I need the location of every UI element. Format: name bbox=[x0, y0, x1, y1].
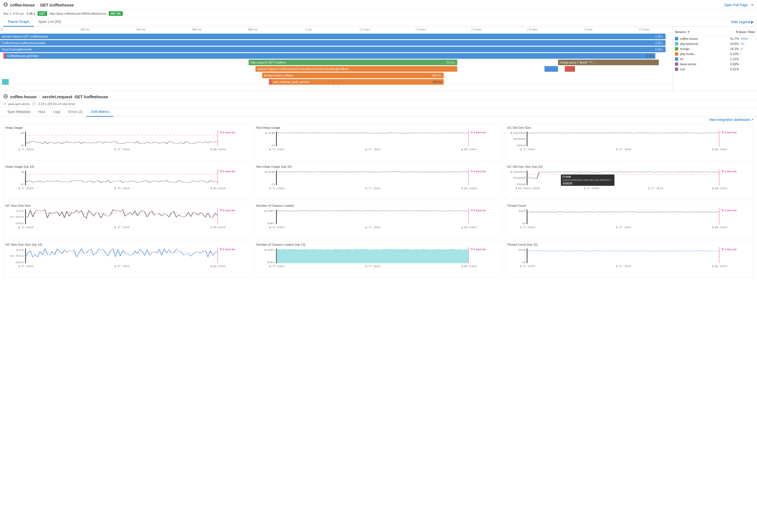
svg-text:1G: 1G bbox=[15, 209, 24, 212]
request-url: http://java-coffeehouse:8080/coffeehouse bbox=[49, 12, 106, 15]
svg-text:17:30: 17:30 bbox=[364, 187, 380, 189]
span-tab-host[interactable]: Host bbox=[34, 108, 49, 117]
svg-text:17:30: 17:30 bbox=[615, 148, 631, 150]
svg-text:0M: 0M bbox=[517, 183, 526, 186]
svg-text:17:30: 17:30 bbox=[615, 265, 631, 267]
flame-bar-blue-sq1 bbox=[544, 66, 558, 72]
svg-text:18:00: 18:00 bbox=[209, 265, 226, 267]
status-badge: 200 OK bbox=[109, 11, 123, 16]
svg-text:100M: 100M bbox=[509, 171, 526, 173]
svg-text:Trace: Trace bbox=[219, 209, 235, 212]
svg-text:18:00: 18:00 bbox=[460, 187, 476, 189]
svg-text:17:30: 17:30 bbox=[113, 265, 130, 267]
request-duration: 2.28 s bbox=[26, 12, 35, 15]
svg-text:17:30: 17:30 bbox=[113, 148, 130, 150]
svg-text:18:00: 18:00 bbox=[460, 265, 476, 267]
svg-text:50M: 50M bbox=[513, 176, 526, 179]
legend-item: curl 0.51% bbox=[675, 67, 755, 72]
chart-thread-top10: Thread Count (top 10) Trace50017:0017:30… bbox=[505, 241, 754, 278]
svg-text:Trace: Trace bbox=[721, 209, 737, 212]
flame-bar-servlet[interactable]: servlet.request GET /coffeehouse 2.28 s bbox=[0, 34, 666, 39]
svg-text:18:00: 18:00 bbox=[209, 187, 226, 189]
top-tabs: Flame Graph Span List (60) bbox=[3, 17, 66, 26]
flame-bar-http-request[interactable]: http.request GET /coffees 703 ms bbox=[249, 60, 457, 65]
svg-text:17:30: 17:30 bbox=[364, 148, 380, 150]
svg-text:17:00: 17:00 bbox=[268, 187, 284, 189]
pipe-separator: | bbox=[37, 3, 38, 7]
svg-text:17:30: 17:30 bbox=[615, 226, 631, 228]
tab-span-list[interactable]: Span List (60) bbox=[34, 17, 66, 26]
chart-classes-loaded: Number of Classes Loaded Trace10K0K17:00… bbox=[254, 202, 503, 238]
ruler-mark-800: 800 ms bbox=[225, 28, 281, 31]
svg-text:17:30: 17:30 bbox=[647, 187, 663, 189]
tab-flame-graph[interactable]: Flame Graph bbox=[3, 17, 34, 26]
chart-title: GC New Gen Size bbox=[5, 204, 250, 207]
svg-text:0.5G: 0.5G bbox=[10, 215, 24, 218]
svg-text:17:30: 17:30 bbox=[113, 187, 130, 189]
ruler-mark-22: 2.2 secs bbox=[617, 28, 672, 31]
flame-bar-mongo[interactable]: mongo.query { "$eval": "?", ... bbox=[558, 60, 659, 65]
svg-text:18:00: 18:00 bbox=[460, 148, 476, 150]
ruler-mark-400: 400 ms bbox=[113, 28, 169, 31]
svg-text:Trace: Trace bbox=[219, 248, 235, 251]
svg-text:Trace: Trace bbox=[721, 170, 737, 173]
svg-text:50: 50 bbox=[519, 248, 526, 251]
service-name: coffee-house bbox=[10, 3, 35, 7]
span-tab-logs[interactable]: Logs bbox=[49, 108, 64, 117]
charts-grid: Heap Usage Trace4217:0017:3018:00 Non-He… bbox=[0, 123, 757, 280]
svg-text:100M: 100M bbox=[509, 132, 526, 135]
svg-text:50M: 50M bbox=[513, 138, 526, 141]
close-button[interactable]: × bbox=[751, 3, 754, 8]
request-date: Mar 1, 6:09 pm bbox=[3, 12, 24, 15]
svg-text:17:30: 17:30 bbox=[364, 265, 380, 267]
ruler-mark-200: 200 ms bbox=[57, 28, 113, 31]
open-full-page-link[interactable]: Open Full Page bbox=[724, 3, 747, 7]
chart-title: Thread Count (top 10) bbox=[507, 243, 752, 246]
span-globe-icon bbox=[3, 94, 8, 99]
svg-text:2: 2 bbox=[20, 183, 24, 186]
view-dashboard-link[interactable]: View integration dashboard ↗ bbox=[709, 118, 754, 122]
span-tab-errors[interactable]: Errors (2) bbox=[64, 108, 87, 117]
svg-text:50: 50 bbox=[519, 209, 526, 212]
svg-text:Trace: Trace bbox=[219, 131, 235, 134]
hide-legend-btn[interactable]: Hide Legend ▶ bbox=[731, 18, 754, 26]
ruler-mark-600: 600 ms bbox=[169, 28, 225, 31]
sort-icon[interactable]: ▼ bbox=[687, 30, 690, 34]
span-pipe: | bbox=[39, 94, 40, 99]
svg-text:17:00: 17:00 bbox=[17, 226, 34, 228]
chart-title: Heap Usage bbox=[5, 126, 250, 129]
chart-heap-usage-top10: Heap Usage (top 10) Trace4217:0017:3018:… bbox=[3, 163, 252, 200]
svg-text:Trace: Trace bbox=[470, 131, 486, 134]
chart-non-heap-top10: Non-Heap Usage (top 10) Trace128017:0017… bbox=[254, 163, 503, 200]
flame-bar-call-external[interactable]: ! call_external_web_service 592 ms bbox=[269, 79, 444, 85]
flame-bar-coffeehouse-index[interactable]: CoffeeHouse.coffeeHouseIndex 2.28 s bbox=[0, 40, 666, 46]
svg-text:0G: 0G bbox=[15, 222, 24, 225]
chart-classes-top10: Number of Classes Loaded (top 10) Trace1… bbox=[254, 241, 503, 278]
chart-thread-count: Thread Count Trace50017:0017:3018:00 bbox=[505, 202, 754, 238]
legend-item: mongo 16.3% bbox=[675, 46, 755, 51]
svg-text:128: 128 bbox=[264, 171, 275, 173]
chart-title: Thread Count bbox=[507, 204, 752, 207]
span-tab-jvm[interactable]: JVM Metrics bbox=[87, 108, 113, 117]
ruler-mark-12: 1.2 secs bbox=[337, 28, 393, 31]
span-tab-metadata[interactable]: Span Metadata bbox=[3, 108, 34, 117]
timeline-ruler: 0 200 ms 400 ms 600 ms 800 ms 1 sec 1.2 … bbox=[0, 27, 672, 32]
flame-bar-laravel-action[interactable]: laravel.action coffees 605 ms bbox=[262, 73, 444, 78]
instance-icon: ⊙ bbox=[3, 102, 6, 106]
legend-panel: Service ▼ % Exec Time coffee-house 51.7%… bbox=[672, 27, 757, 91]
flame-bar-laravel-request[interactable]: laravel.request CoffeeHouse\Controllers\… bbox=[256, 66, 457, 72]
flame-bar-opentracing[interactable]: OpenTracingBrewInfo 2.28 s bbox=[0, 47, 666, 52]
span-tabs-bar: Span Metadata Host Logs Errors (2) JVM M… bbox=[0, 108, 757, 117]
chart-gc-old-top10: GC Old Gen Size (top 10) Trace100M50M0M1… bbox=[505, 163, 754, 200]
svg-text:0: 0 bbox=[271, 144, 275, 147]
legend-item: bean-server 0.69% bbox=[675, 62, 755, 67]
svg-text:17:00: 17:00 bbox=[17, 187, 34, 189]
svg-text:4: 4 bbox=[20, 132, 24, 135]
flame-bar-getorder[interactable]: ! CoffeeHouse.getOrder 2.20 s bbox=[3, 53, 656, 59]
clock-icon: 🕐 bbox=[32, 102, 36, 106]
svg-text:17:00: 17:00 bbox=[268, 226, 284, 228]
svg-text:0K: 0K bbox=[267, 261, 275, 264]
svg-text:0K: 0K bbox=[267, 222, 275, 225]
chart-title: Non-Heap Usage bbox=[256, 126, 501, 129]
svg-text:Trace: Trace bbox=[470, 248, 486, 251]
